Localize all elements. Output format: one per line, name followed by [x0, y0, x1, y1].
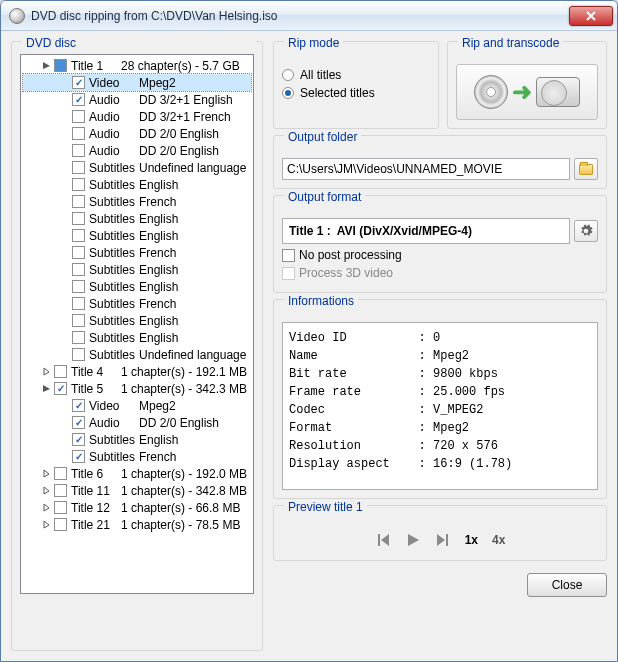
tree-checkbox[interactable]	[72, 297, 85, 310]
app-icon	[9, 8, 25, 24]
tree-row[interactable]: Title 41 chapter(s) - 192.1 MB	[23, 363, 251, 380]
tree-row[interactable]: SubtitlesFrench	[23, 244, 251, 261]
tree-checkbox[interactable]	[72, 450, 85, 463]
tree-checkbox[interactable]	[54, 501, 67, 514]
tree-checkbox[interactable]	[72, 348, 85, 361]
tree-row[interactable]: SubtitlesFrench	[23, 295, 251, 312]
expand-icon[interactable]	[41, 502, 52, 513]
tree-row[interactable]: SubtitlesEnglish	[23, 312, 251, 329]
checkbox-icon	[282, 267, 295, 280]
tree-row[interactable]: SubtitlesFrench	[23, 193, 251, 210]
tree-checkbox[interactable]	[72, 246, 85, 259]
speed-1x-button[interactable]: 1x	[465, 533, 478, 547]
tree-checkbox[interactable]	[72, 195, 85, 208]
tree-row[interactable]: VideoMpeg2	[23, 74, 251, 91]
tree-row[interactable]: AudioDD 3/2+1 English	[23, 91, 251, 108]
expand-icon[interactable]	[41, 519, 52, 530]
preview-next-button[interactable]	[435, 532, 451, 548]
tree-checkbox[interactable]	[72, 144, 85, 157]
tree-checkbox[interactable]	[72, 433, 85, 446]
output-folder-input[interactable]	[282, 158, 570, 180]
tree-row[interactable]: SubtitlesEnglish	[23, 227, 251, 244]
radio-all-titles[interactable]: All titles	[282, 68, 430, 82]
tree-checkbox[interactable]	[54, 59, 67, 72]
speed-4x-button[interactable]: 4x	[492, 533, 505, 547]
tree-desc-label: French	[139, 195, 176, 209]
radio-selected-label: Selected titles	[300, 86, 375, 100]
collapse-icon[interactable]	[41, 383, 52, 394]
tree-row[interactable]: SubtitlesEnglish	[23, 278, 251, 295]
preview-prev-button[interactable]	[375, 532, 391, 548]
tree-row[interactable]: AudioDD 2/0 English	[23, 142, 251, 159]
tree-checkbox[interactable]	[72, 93, 85, 106]
radio-selected-titles[interactable]: Selected titles	[282, 86, 430, 100]
tree-checkbox[interactable]	[72, 178, 85, 191]
tree-row[interactable]: Title 211 chapter(s) - 78.5 MB	[23, 516, 251, 533]
tree-desc-label: French	[139, 246, 176, 260]
dialog-window: DVD disc ripping from C:\DVD\Van Helsing…	[0, 0, 618, 662]
expand-icon[interactable]	[41, 366, 52, 377]
tree-row[interactable]: VideoMpeg2	[23, 397, 251, 414]
tree-checkbox[interactable]	[72, 416, 85, 429]
process-3d-checkbox: Process 3D video	[282, 266, 598, 280]
arrow-icon: ➜	[512, 78, 532, 106]
tree-row[interactable]: SubtitlesEnglish	[23, 261, 251, 278]
preview-play-button[interactable]	[405, 532, 421, 548]
tree-row[interactable]: SubtitlesUndefined language	[23, 346, 251, 363]
tree-type-label: Title 12	[71, 501, 121, 515]
tree-checkbox[interactable]	[72, 263, 85, 276]
collapse-icon[interactable]	[41, 60, 52, 71]
rip-transcode-button[interactable]: ➜	[456, 64, 598, 120]
tree-desc-label: English	[139, 212, 178, 226]
radio-icon	[282, 69, 294, 81]
format-settings-button[interactable]	[574, 220, 598, 242]
tree-checkbox[interactable]	[54, 382, 67, 395]
tree-checkbox[interactable]	[72, 161, 85, 174]
tree-desc-label: English	[139, 280, 178, 294]
tree-checkbox[interactable]	[72, 229, 85, 242]
tree-desc-label: English	[139, 433, 178, 447]
tree-type-label: Subtitles	[89, 178, 139, 192]
tree-checkbox[interactable]	[72, 212, 85, 225]
tree-desc-label: English	[139, 263, 178, 277]
tree-row[interactable]: AudioDD 2/0 English	[23, 414, 251, 431]
browse-folder-button[interactable]	[574, 158, 598, 180]
tree-row[interactable]: Title 61 chapter(s) - 192.0 MB	[23, 465, 251, 482]
tree-type-label: Audio	[89, 416, 139, 430]
tree-checkbox[interactable]	[72, 314, 85, 327]
disc-icon	[474, 75, 508, 109]
tree-row[interactable]: SubtitlesEnglish	[23, 431, 251, 448]
tree-row[interactable]: SubtitlesEnglish	[23, 329, 251, 346]
tree-row[interactable]: Title 51 chapter(s) - 342.3 MB	[23, 380, 251, 397]
tree-row[interactable]: SubtitlesUndefined language	[23, 159, 251, 176]
tree-desc-label: Undefined language	[139, 161, 246, 175]
tree-row[interactable]: AudioDD 2/0 English	[23, 125, 251, 142]
tree-desc-label: 1 chapter(s) - 66.8 MB	[121, 501, 240, 515]
tree-checkbox[interactable]	[54, 467, 67, 480]
tree-row[interactable]: SubtitlesFrench	[23, 448, 251, 465]
output-format-label: Output format	[284, 190, 365, 204]
tree-checkbox[interactable]	[72, 280, 85, 293]
tree-checkbox[interactable]	[72, 399, 85, 412]
tree-row[interactable]: SubtitlesEnglish	[23, 176, 251, 193]
tree-checkbox[interactable]	[72, 110, 85, 123]
tree-checkbox[interactable]	[72, 127, 85, 140]
tree-row[interactable]: Title 111 chapter(s) - 342.8 MB	[23, 482, 251, 499]
tree-row[interactable]: SubtitlesEnglish	[23, 210, 251, 227]
tree-row[interactable]: Title 128 chapter(s) - 5.7 GB	[23, 57, 251, 74]
format-value: AVI (DivX/Xvid/MPEG-4)	[337, 224, 472, 238]
tree-checkbox[interactable]	[54, 518, 67, 531]
tree-row[interactable]: Title 121 chapter(s) - 66.8 MB	[23, 499, 251, 516]
title-tree[interactable]: Title 128 chapter(s) - 5.7 GBVideoMpeg2A…	[20, 54, 254, 594]
expand-icon[interactable]	[41, 468, 52, 479]
no-post-processing-checkbox[interactable]: No post processing	[282, 248, 598, 262]
window-close-button[interactable]	[569, 6, 613, 26]
close-button[interactable]: Close	[527, 573, 607, 597]
tree-checkbox[interactable]	[54, 484, 67, 497]
tree-checkbox[interactable]	[72, 76, 85, 89]
tree-checkbox[interactable]	[54, 365, 67, 378]
tree-checkbox[interactable]	[72, 331, 85, 344]
tree-row[interactable]: AudioDD 3/2+1 French	[23, 108, 251, 125]
format-display: Title 1 : AVI (DivX/Xvid/MPEG-4)	[282, 218, 570, 244]
expand-icon[interactable]	[41, 485, 52, 496]
